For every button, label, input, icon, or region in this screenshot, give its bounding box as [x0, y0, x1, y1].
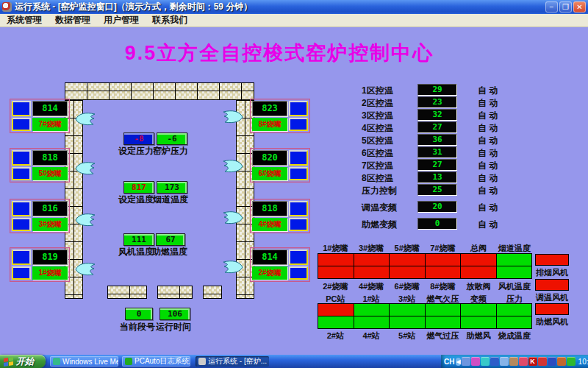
close-button[interactable]: ✕ — [573, 1, 586, 13]
status-cell — [497, 254, 532, 266]
grid1-bottom-labels: 2#烧嘴 4#烧嘴 6#烧嘴 8#烧嘴 放散阀 风机温度 — [318, 281, 532, 292]
control-label: 助燃变频 — [362, 219, 397, 231]
zone-temp-display[interactable]: 13 — [417, 171, 457, 183]
status-label: 4#烧嘴 — [354, 281, 390, 292]
burner-unit-right-3: 818 4#烧嘴 — [250, 199, 310, 233]
language-indicator[interactable]: CH — [444, 358, 454, 366]
fan-temp-display: 111 — [123, 233, 154, 246]
taskbar-task-messenger[interactable]: Windows Live Mes... — [50, 356, 118, 367]
flame-icon — [74, 110, 96, 127]
users-icon[interactable] — [500, 357, 509, 366]
set-pressure-display[interactable]: -8 — [123, 132, 154, 145]
menu-contact[interactable]: 联系我们 — [146, 14, 194, 26]
menu-system[interactable]: 系统管理 — [0, 14, 49, 26]
app-icon — [2, 2, 12, 12]
burner-valve-indicator — [12, 167, 31, 181]
log-app-icon — [125, 358, 132, 365]
zone-mode[interactable]: 自 动 — [478, 160, 498, 172]
flame-icon — [74, 160, 96, 176]
zone-temp-display[interactable]: 27 — [417, 121, 457, 133]
control-mode[interactable]: 自 动 — [478, 185, 498, 197]
zone-mode[interactable]: 自 动 — [478, 110, 498, 122]
skype-icon[interactable] — [567, 357, 576, 366]
start-label: 开始 — [16, 355, 34, 368]
gear-icon — [198, 358, 206, 365]
status-cell — [354, 304, 390, 316]
burner-valve-indicator — [289, 250, 308, 265]
chevron-left-icon[interactable]: ◀ — [456, 358, 460, 366]
status-cell — [390, 254, 425, 266]
status-cell — [461, 304, 496, 316]
menu-data[interactable]: 数据管理 — [49, 14, 97, 26]
taskbar-task-pcauto-log[interactable]: PCAuto日志系统 — [122, 356, 190, 367]
control-label: 压力控制 — [362, 185, 397, 197]
kaspersky-icon[interactable]: K — [528, 357, 537, 366]
zone-temp-display[interactable]: 36 — [417, 134, 457, 146]
burner-valve-indicator — [289, 101, 308, 116]
burner-valve-indicator — [12, 218, 31, 232]
control-mode[interactable]: 自 动 — [478, 219, 498, 231]
grid1-top-labels: 1#烧嘴 3#烧嘴 5#烧嘴 7#烧嘴 总阀 烟道温度 — [318, 243, 532, 254]
status-label: 助燃风 — [461, 330, 497, 342]
control-display[interactable]: 20 — [417, 201, 457, 213]
burner-temp-display: 816 — [32, 201, 68, 216]
alert-icon[interactable] — [519, 357, 528, 366]
menu-user[interactable]: 用户管理 — [97, 14, 146, 26]
zone-temp-display[interactable]: 32 — [417, 109, 457, 121]
control-display[interactable]: 25 — [417, 184, 457, 196]
zone-mode[interactable]: 自 动 — [478, 122, 498, 135]
burner-temp-display: 818 — [32, 150, 68, 166]
zone-mode[interactable]: 自 动 — [478, 85, 498, 97]
status-label: 1#烧嘴 — [318, 243, 354, 254]
control-mode[interactable]: 自 动 — [478, 202, 498, 214]
fan-label: 助燃风机 — [534, 316, 570, 328]
scada-screen: 运行系统 - [窑炉监控窗口]（演示方式，剩余时间：59 分钟） − ❐ ✕ 系… — [0, 0, 588, 368]
burner-label: 8#烧嘴 — [252, 118, 287, 132]
burner-valve-indicator — [289, 266, 308, 280]
volume-icon[interactable] — [557, 357, 566, 366]
zone-temp-display[interactable]: 23 — [417, 96, 457, 108]
status-cell — [426, 304, 461, 316]
clock[interactable]: 10:15 — [578, 358, 588, 366]
zone-mode[interactable]: 自 动 — [478, 147, 498, 160]
zone-label: 7区控温 — [362, 160, 393, 172]
zone-temp-display[interactable]: 31 — [417, 146, 457, 158]
zone-mode[interactable]: 自 动 — [478, 135, 498, 147]
flame-icon — [74, 211, 96, 227]
restore-button[interactable]: ❐ — [559, 1, 572, 13]
grid2-bottom-labels: 2#站 4#站 5#站 燃气过压 助燃风 烧成温度 — [318, 330, 532, 342]
burner-valve-indicator — [12, 150, 31, 166]
status-cell — [426, 316, 461, 328]
update-icon[interactable] — [509, 357, 518, 366]
monitor-icon[interactable] — [462, 357, 470, 366]
shield-icon[interactable] — [538, 357, 547, 366]
status-cell — [318, 254, 354, 266]
runtime-display: 106 — [159, 308, 190, 320]
qq-icon[interactable] — [548, 357, 556, 366]
media-icon[interactable] — [471, 357, 480, 366]
fan-status-exhaust — [535, 254, 569, 266]
status-label: 风机温度 — [496, 281, 532, 292]
kiln-wall-bottom-segment — [107, 286, 147, 299]
task-label: PCAuto日志系统 — [135, 356, 189, 367]
taskbar-task-run-system[interactable]: 运行系统 - [窑炉... — [196, 356, 269, 367]
status-cell — [390, 304, 425, 316]
set-temp-display[interactable]: 817 — [123, 181, 154, 194]
zone-mode[interactable]: 自 动 — [478, 97, 498, 110]
status-label: 5#站 — [389, 330, 425, 342]
minimize-button[interactable]: − — [545, 1, 558, 13]
fan-label: 排烟风机 — [534, 267, 570, 278]
zone-temp-display[interactable]: 29 — [417, 84, 457, 96]
set-pressure-label: 设定压力 — [118, 145, 154, 158]
messenger-icon[interactable] — [481, 357, 490, 366]
control-display[interactable]: 0 — [417, 218, 457, 230]
system-tray: CH ◀ K 10:15 — [441, 355, 588, 368]
status-label: 烟道温度 — [496, 243, 532, 254]
zone-temp-display[interactable]: 27 — [417, 159, 457, 171]
network-icon[interactable] — [490, 357, 499, 366]
zone-label: 3区控温 — [362, 110, 393, 122]
zone-mode[interactable]: 自 动 — [478, 172, 498, 185]
burner-temp-display: 814 — [252, 250, 287, 265]
start-button[interactable]: 开始 — [0, 355, 46, 368]
burner-temp-display: 814 — [32, 101, 68, 116]
